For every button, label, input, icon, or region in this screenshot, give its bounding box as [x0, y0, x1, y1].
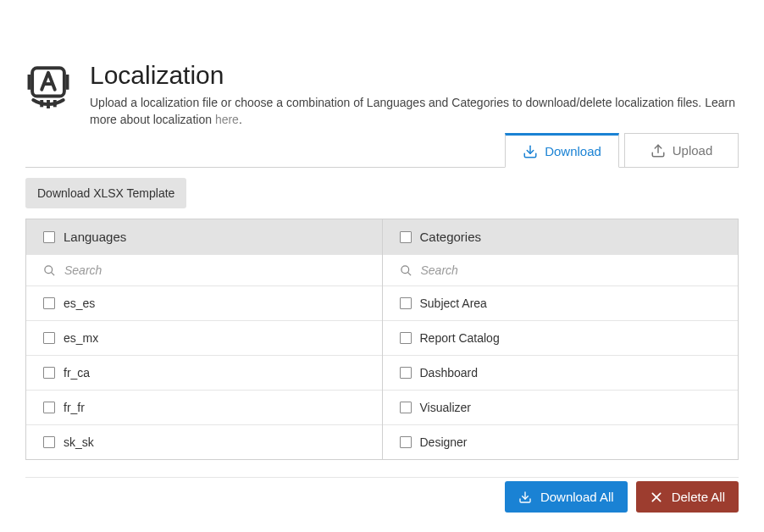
- categories-header-label: Categories: [420, 230, 482, 244]
- list-item-label: Subject Area: [420, 296, 487, 310]
- list-item-label: Visualizer: [420, 401, 471, 414]
- download-icon: [523, 144, 538, 159]
- list-item[interactable]: Visualizer: [383, 390, 739, 424]
- tab-upload[interactable]: Upload: [624, 133, 739, 168]
- checkbox[interactable]: [400, 367, 412, 379]
- download-all-label: Download All: [540, 490, 614, 504]
- list-item-label: fr_ca: [64, 366, 90, 380]
- checkbox[interactable]: [400, 297, 412, 309]
- svg-line-12: [407, 272, 411, 275]
- svg-point-11: [401, 266, 408, 274]
- svg-rect-2: [66, 75, 69, 90]
- list-item-label: sk_sk: [64, 435, 94, 449]
- list-item[interactable]: es_mx: [26, 320, 382, 355]
- delete-all-button[interactable]: Delete All: [636, 481, 739, 513]
- tab-download[interactable]: Download: [505, 133, 619, 168]
- desc-suffix: .: [239, 113, 242, 126]
- page-header: Localization Upload a localization file …: [25, 0, 739, 128]
- categories-search-row: [383, 254, 739, 285]
- svg-line-10: [51, 272, 54, 275]
- download-icon: [518, 490, 532, 504]
- languages-header-label: Languages: [64, 230, 126, 244]
- languages-search-input[interactable]: [64, 263, 365, 277]
- tabs-row: Download Upload: [25, 133, 739, 168]
- header-text-block: Localization Upload a localization file …: [90, 61, 739, 128]
- list-item[interactable]: sk_sk: [26, 424, 382, 459]
- categories-column: Categories Subject Area Report Catalog D…: [383, 219, 739, 459]
- desc-prefix: Upload a localization file or choose a c…: [90, 96, 735, 126]
- page-title: Localization: [90, 61, 739, 90]
- languages-column: Languages es_es es_mx fr_ca fr_fr sk: [26, 219, 383, 459]
- categories-search-input[interactable]: [421, 263, 722, 277]
- download-all-button[interactable]: Download All: [505, 481, 628, 513]
- page-description: Upload a localization file or choose a c…: [90, 95, 739, 128]
- list-item-label: Designer: [420, 435, 468, 449]
- svg-rect-1: [28, 75, 31, 90]
- languages-search-row: [26, 254, 382, 285]
- selection-table: Languages es_es es_mx fr_ca fr_fr sk: [25, 219, 739, 460]
- svg-point-9: [45, 266, 53, 274]
- learn-more-link[interactable]: here: [215, 113, 239, 126]
- localization-icon: [25, 66, 71, 119]
- template-btn-row: Download XLSX Template: [25, 178, 739, 208]
- delete-all-label: Delete All: [672, 490, 725, 504]
- checkbox[interactable]: [400, 402, 412, 413]
- languages-header: Languages: [26, 219, 382, 254]
- list-item[interactable]: fr_fr: [26, 390, 382, 424]
- tab-upload-label: Upload: [673, 143, 713, 158]
- footer-actions: Download All Delete All: [25, 477, 739, 513]
- list-item[interactable]: fr_ca: [26, 355, 382, 390]
- search-icon: [43, 264, 56, 277]
- checkbox[interactable]: [43, 367, 55, 379]
- checkbox[interactable]: [43, 436, 55, 448]
- categories-header: Categories: [383, 219, 739, 254]
- search-icon: [400, 264, 412, 277]
- list-item-label: es_mx: [64, 331, 98, 345]
- download-template-button[interactable]: Download XLSX Template: [25, 178, 186, 208]
- checkbox[interactable]: [43, 402, 55, 413]
- checkbox[interactable]: [400, 436, 412, 448]
- upload-icon: [651, 143, 666, 158]
- list-item[interactable]: Dashboard: [383, 355, 739, 390]
- checkbox[interactable]: [43, 332, 55, 344]
- close-icon: [650, 490, 663, 504]
- list-item[interactable]: Designer: [383, 424, 739, 459]
- list-item[interactable]: Report Catalog: [383, 320, 739, 355]
- list-item-label: Dashboard: [420, 366, 479, 380]
- list-item[interactable]: Subject Area: [383, 285, 739, 320]
- categories-select-all-checkbox[interactable]: [400, 231, 412, 243]
- list-item-label: Report Catalog: [420, 331, 500, 345]
- list-item-label: es_es: [64, 296, 95, 310]
- tab-download-label: Download: [545, 144, 601, 158]
- languages-select-all-checkbox[interactable]: [43, 231, 55, 243]
- list-item[interactable]: es_es: [26, 285, 382, 320]
- checkbox[interactable]: [43, 297, 55, 309]
- checkbox[interactable]: [400, 332, 412, 344]
- list-item-label: fr_fr: [64, 401, 85, 414]
